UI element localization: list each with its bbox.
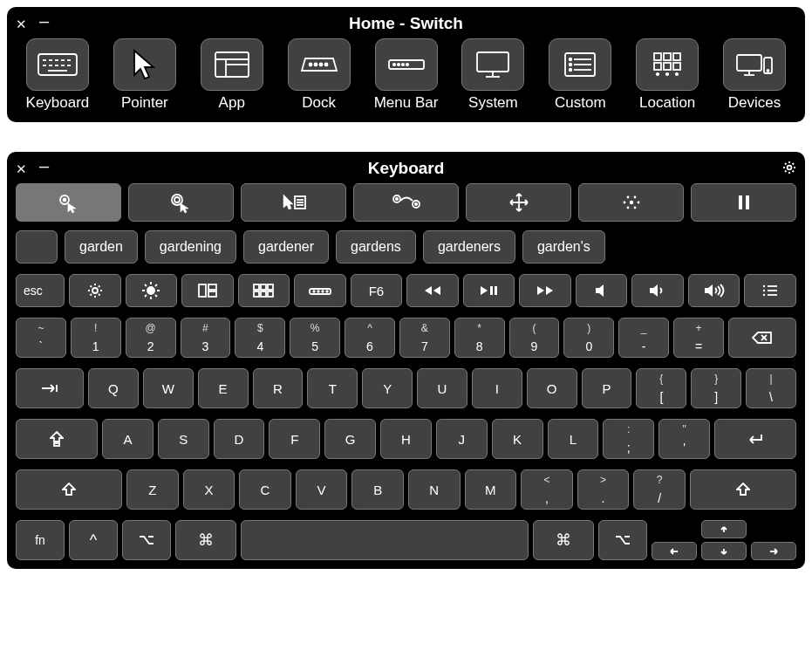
key-z[interactable]: Z [126, 469, 179, 510]
keyboard-light-icon[interactable] [294, 274, 346, 307]
home-item-system[interactable]: System [454, 38, 531, 112]
key-;[interactable]: :; [603, 419, 654, 459]
forward-icon[interactable] [519, 274, 571, 307]
suggestion-button[interactable]: gardens [336, 230, 416, 264]
key-esc[interactable]: esc [16, 274, 65, 307]
mission-control-icon[interactable] [238, 274, 290, 307]
list-small-icon[interactable] [744, 274, 796, 307]
suggestion-button[interactable]: garden [65, 230, 138, 264]
key-5[interactable]: %5 [290, 318, 340, 358]
home-item-location[interactable]: Location [629, 38, 706, 112]
key-option-right[interactable] [598, 520, 647, 560]
key-shift-right[interactable] [690, 469, 796, 510]
home-item-keyboard[interactable]: Keyboard [19, 38, 96, 112]
key-y[interactable]: Y [362, 368, 413, 408]
key-command-right[interactable]: ⌘ [533, 520, 594, 560]
key-0[interactable]: )0 [563, 318, 614, 358]
key-b[interactable]: B [351, 469, 404, 510]
key-6[interactable]: ^6 [345, 318, 395, 358]
drag-drop-button[interactable] [353, 183, 459, 222]
key-q[interactable]: Q [88, 368, 139, 408]
key-arrow-right[interactable] [751, 542, 796, 560]
home-item-custom[interactable]: Custom [542, 38, 618, 112]
key-c[interactable]: C [239, 469, 291, 510]
key-fn[interactable]: fn [16, 520, 65, 560]
brightness-down-icon[interactable] [69, 274, 121, 307]
key-k[interactable]: K [492, 419, 543, 459]
key-x[interactable]: X [183, 469, 235, 510]
key-m[interactable]: M [465, 469, 517, 510]
key-`[interactable]: ~` [16, 318, 66, 358]
key-o[interactable]: O [527, 368, 577, 408]
key-][interactable]: }] [691, 368, 741, 408]
key-f[interactable]: F [269, 419, 320, 459]
suggestion-button[interactable]: gardening [145, 230, 236, 264]
key-a[interactable]: A [102, 419, 154, 459]
home-item-devices[interactable]: Devices [716, 38, 793, 112]
key-1[interactable]: !1 [71, 318, 121, 358]
key-r[interactable]: R [253, 368, 304, 408]
context-menu-button[interactable] [241, 183, 346, 222]
key-[[interactable]: {[ [636, 368, 686, 408]
home-item-app[interactable]: App [194, 38, 270, 112]
key-f6[interactable]: F6 [351, 274, 403, 307]
key-t[interactable]: T [307, 368, 358, 408]
key-tab[interactable] [16, 368, 84, 408]
key-n[interactable]: N [408, 469, 461, 510]
home-item-menubar[interactable]: Menu Bar [368, 38, 445, 112]
key-.[interactable]: >. [577, 469, 630, 510]
volume-down-icon[interactable] [631, 274, 684, 307]
key-v[interactable]: V [296, 469, 348, 510]
brightness-up-icon[interactable] [126, 274, 178, 307]
key-s[interactable]: S [158, 419, 209, 459]
play-pause-icon[interactable] [463, 274, 515, 307]
key-,[interactable]: <, [521, 469, 573, 510]
key-u[interactable]: U [417, 368, 467, 408]
key-return[interactable] [714, 419, 796, 459]
move-button[interactable] [466, 183, 571, 222]
key-command-left[interactable]: ⌘ [175, 520, 236, 560]
key-l[interactable]: L [548, 419, 599, 459]
suggestion-button[interactable]: gardener [243, 230, 329, 264]
key-g[interactable]: G [324, 419, 376, 459]
mute-icon[interactable] [576, 274, 628, 307]
key-j[interactable]: J [436, 419, 488, 459]
key-7[interactable]: &7 [399, 318, 450, 358]
key-w[interactable]: W [143, 368, 194, 408]
close-icon[interactable]: ✕ [16, 162, 27, 175]
home-item-dock[interactable]: Dock [281, 38, 358, 112]
key--[interactable]: _- [618, 318, 669, 358]
key-arrow-down[interactable] [701, 542, 747, 560]
key-'[interactable]: "' [658, 419, 710, 459]
click-target-button[interactable] [16, 183, 121, 222]
volume-up-icon[interactable] [688, 274, 740, 307]
key-arrow-left[interactable] [652, 542, 697, 560]
key-d[interactable]: D [214, 419, 265, 459]
mission-control-left-icon[interactable] [181, 274, 234, 307]
pause-button[interactable] [691, 183, 796, 222]
rewind-icon[interactable] [406, 274, 459, 307]
suggestion-button[interactable]: gardeners [423, 230, 515, 264]
key-3[interactable]: #3 [181, 318, 231, 358]
key-4[interactable]: $4 [235, 318, 285, 358]
key-=[interactable]: += [673, 318, 724, 358]
key-/[interactable]: ?/ [633, 469, 686, 510]
key-2[interactable]: @2 [126, 318, 176, 358]
key-i[interactable]: I [472, 368, 522, 408]
key-shift-left[interactable] [16, 469, 122, 510]
key-9[interactable]: (9 [509, 318, 560, 358]
key-\[interactable]: |\ [746, 368, 796, 408]
double-click-button[interactable] [128, 183, 234, 222]
scatter-button[interactable] [578, 183, 684, 222]
key-e[interactable]: E [198, 368, 249, 408]
gear-icon[interactable] [782, 161, 796, 177]
key-space[interactable] [241, 520, 529, 560]
close-icon[interactable]: ✕ [16, 17, 27, 31]
key-option-left[interactable] [122, 520, 171, 560]
minimize-icon[interactable]: – [39, 157, 49, 175]
suggestion-blank-button[interactable] [16, 230, 58, 264]
key-h[interactable]: H [380, 419, 432, 459]
suggestion-button[interactable]: garden's [522, 230, 605, 264]
key-p[interactable]: P [582, 368, 632, 408]
minimize-icon[interactable]: – [39, 12, 49, 30]
